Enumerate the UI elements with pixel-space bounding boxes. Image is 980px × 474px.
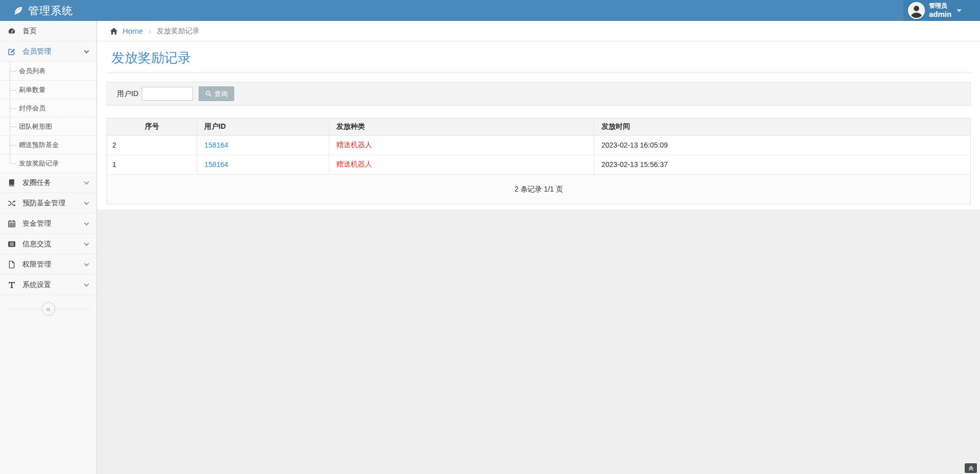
cell-seq: 1 [107,155,197,174]
sidebar-item-label: 权限管理 [22,260,51,268]
table-row: 2 158164 赠送机器人 2023-02-13 16:05:09 [107,135,970,155]
edit-icon [8,48,16,56]
breadcrumb-home-link[interactable]: Home [122,27,143,35]
search-panel: 用户ID 查询 [107,82,971,106]
cell-user-id-link[interactable]: 158164 [204,141,228,149]
sub-item-label: 刷单数量 [19,86,45,93]
chevron-down-icon [84,49,89,54]
chevron-down-icon [84,241,89,246]
cell-seq: 2 [107,135,197,155]
sidebar-item-circle-tasks[interactable]: 发圈任务 [0,173,96,193]
records-table-panel: 序号 用户ID 发放种类 发放时间 2 158164 赠送机器人 2023-02… [107,118,971,204]
sidebar-subitem-team-tree[interactable]: 团队树形图 [0,117,96,135]
page-content: 发放奖励记录 用户ID 查询 序号 [97,41,980,209]
table-row: 1 158164 赠送机器人 2023-02-13 15:56:37 [107,155,970,174]
chevron-down-icon [84,282,89,287]
cell-type: 赠送机器人 [336,140,372,149]
sidebar-subitem-order-count[interactable]: 刷单数量 [0,80,96,99]
double-chevron-up-icon [968,465,974,471]
list-icon [8,240,16,248]
sidebar-item-permission-management[interactable]: 权限管理 [0,254,96,275]
user-menu[interactable]: 管理员 admin [903,0,980,21]
member-management-submenu: 会员列表 刷单数量 封停会员 团队树形图 赠送预防基金 发放奖励记录 [0,62,96,173]
text-icon [8,281,16,289]
sidebar-subitem-banned-members[interactable]: 封停会员 [0,99,96,117]
sidebar-item-label: 系统设置 [22,280,51,289]
app-logo[interactable]: 管理系统 [0,0,97,21]
sidebar-item-label: 发圈任务 [22,178,51,186]
sub-item-label: 会员列表 [19,67,45,75]
sidebar-item-label: 会员管理 [22,47,51,55]
collapse-icon: « [46,304,50,313]
sidebar-collapse-row: « [0,300,96,318]
page-title: 发放奖励记录 [97,41,980,66]
sidebar: 首页 会员管理 会员列表 刷单数量 封停会员 团队树形图 赠送预防基金 发放奖励… [0,21,97,474]
calendar-icon [8,220,16,228]
shuffle-icon [8,199,16,207]
cell-user-id-link[interactable]: 158164 [204,160,228,169]
sidebar-subitem-member-list[interactable]: 会员列表 [0,62,96,80]
user-name: admin [929,10,951,18]
sub-item-label: 团队树形图 [19,123,52,130]
sidebar-item-fund-management[interactable]: 预防基金管理 [0,193,96,214]
dashboard-icon [8,27,16,35]
records-table: 序号 用户ID 发放种类 发放时间 2 158164 赠送机器人 2023-02… [107,118,970,175]
sidebar-item-member-management[interactable]: 会员管理 [0,41,96,62]
sidebar-item-message-exchange[interactable]: 信息交流 [0,234,96,254]
caret-down-icon [957,9,962,12]
breadcrumb-current: 发放奖励记录 [157,27,200,36]
sidebar-item-home[interactable]: 首页 [0,21,96,41]
app-title: 管理系统 [28,4,73,18]
col-header-type: 发放种类 [329,118,594,135]
person-icon [909,3,924,18]
chevron-down-icon [84,200,89,205]
chevron-down-icon [84,221,89,226]
user-id-label: 用户ID [117,89,138,99]
sidebar-item-label: 首页 [22,27,37,35]
leaf-icon [13,6,23,16]
sidebar-item-capital-management[interactable]: 资金管理 [0,214,96,234]
sidebar-item-label: 资金管理 [22,219,51,227]
breadcrumb: Home › 发放奖励记录 [97,21,980,41]
top-header: 管理系统 管理员 admin [0,0,980,21]
back-to-top-button[interactable] [965,463,977,473]
cell-time: 2023-02-13 15:56:37 [594,155,970,174]
breadcrumb-separator: › [149,27,151,35]
sub-item-label: 封停会员 [19,104,45,112]
cell-type: 赠送机器人 [336,160,372,168]
sidebar-collapse-button[interactable]: « [41,302,55,316]
user-info: 管理员 admin [929,3,951,18]
main-area: Home › 发放奖励记录 发放奖励记录 用户ID 查询 [97,21,980,209]
sidebar-subitem-gift-fund[interactable]: 赠送预防基金 [0,135,96,154]
col-header-user-id: 用户ID [197,118,329,135]
cell-time: 2023-02-13 16:05:09 [594,135,970,155]
col-header-time: 发放时间 [594,118,970,135]
sub-item-label: 赠送预防基金 [19,141,59,149]
avatar [908,2,925,19]
chevron-down-icon [84,262,89,267]
table-header-row: 序号 用户ID 发放种类 发放时间 [107,118,970,135]
search-button-label: 查询 [214,89,228,99]
sidebar-item-label: 信息交流 [22,240,51,248]
title-separator [107,73,971,73]
user-id-input[interactable] [142,87,193,101]
sub-item-label: 发放奖励记录 [19,159,59,167]
col-header-seq: 序号 [107,118,197,135]
pagination-status: 2 条记录 1/1 页 [107,175,970,204]
book-icon [8,179,16,187]
chevron-down-icon [84,180,89,185]
sidebar-subitem-reward-records[interactable]: 发放奖励记录 [0,154,96,172]
search-icon [205,90,212,97]
user-role: 管理员 [929,3,951,10]
sidebar-item-label: 预防基金管理 [22,199,65,207]
sidebar-item-system-settings[interactable]: 系统设置 [0,275,96,295]
search-button[interactable]: 查询 [199,86,234,101]
file-icon [8,260,16,269]
home-icon [110,27,118,35]
